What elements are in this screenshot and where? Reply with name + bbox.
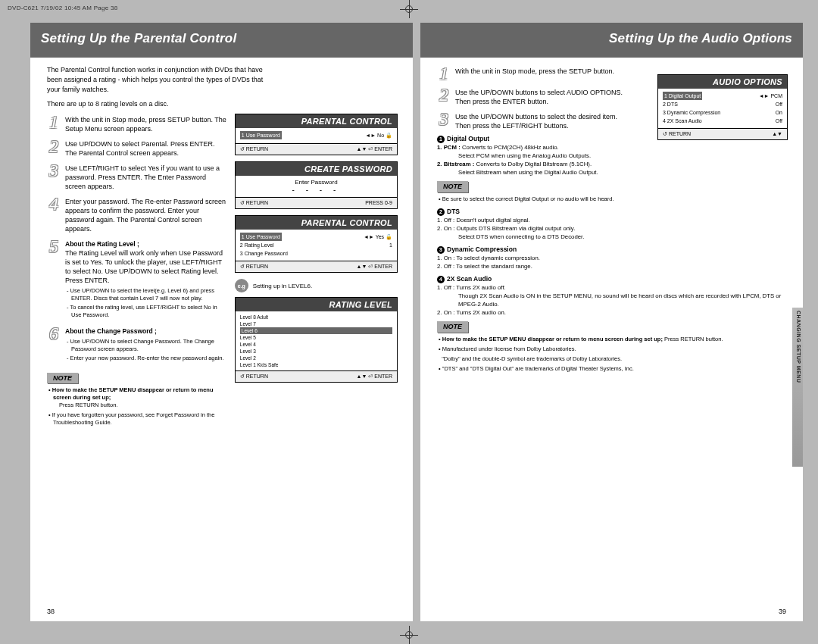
section-bullet-icon: 4 (437, 276, 445, 283)
note-text: Press RETURN button. (664, 336, 723, 342)
osd-list-item: Level 6 (240, 327, 392, 334)
osd-title: PARENTAL CONTROL (236, 114, 397, 128)
section-heading: Dynamic Compression (447, 245, 517, 253)
osd-list-item: Level 4 (240, 341, 392, 348)
section-bullet-icon: 1 (437, 136, 445, 143)
step-number: 3 (437, 111, 451, 130)
osd-list-item: Level 5 (240, 334, 392, 341)
osd-list-item: Level 7 (240, 320, 392, 327)
osd-row: 3 Change Password (240, 249, 288, 258)
note-text: • Be sure to select the correct Digital … (437, 195, 788, 203)
step-body: Use LEFT/RIGHT to select Yes if you want… (65, 162, 227, 191)
detail-text: 2. On : Turns 2X audio on. (437, 308, 788, 317)
step-body: Use the UP/DOWN buttons to select the de… (455, 111, 632, 130)
sub-bullet: - Use UP/DOWN to select the level(e.g. L… (65, 287, 227, 302)
osd-row: 2 Rating Level (240, 241, 274, 249)
page-number: 38 (47, 608, 55, 615)
sub-bullet: - To cancel the rating level, use LEFT/R… (65, 304, 227, 319)
detail-text: 2. Off : To select the standard range. (437, 262, 788, 270)
osd-list-item: Level 2 (240, 355, 392, 361)
step-number: 5 (47, 238, 61, 320)
page-title: Setting Up the Audio Options (420, 23, 803, 58)
note-label: NOTE (437, 321, 468, 333)
osd-prompt: Enter Password (236, 179, 397, 186)
step-body: Use the UP/DOWN buttons to select AUDIO … (455, 86, 632, 106)
osd-parental-control: PARENTAL CONTROL 1 Use Password ◄► No 🔒 … (235, 114, 398, 155)
note-text: Press RETURN button. (53, 402, 118, 408)
osd-row: 1 Digital Output◄► PCM (663, 92, 782, 100)
step-body: With the unit in Stop mode, press the SE… (455, 65, 614, 82)
osd-row: 2 DTSOff (663, 100, 782, 108)
note-label: NOTE (437, 181, 468, 192)
step-number: 2 (47, 138, 61, 158)
osd-foot-press: PRESS 0-9 (365, 200, 392, 206)
osd-password-dashes: - - - - (236, 186, 397, 194)
detail-text: Though 2X Scan Audio is ON in the SETUP … (448, 292, 788, 308)
section-heading: Digital Output (447, 135, 489, 142)
print-header: DVD-C621 7/19/02 10:45 AM Page 38 (8, 5, 118, 11)
osd-row: 4 2X Scan AudioOff (663, 117, 782, 125)
steps-column: 1 With the unit in Stop mode, press SETU… (47, 114, 227, 429)
osd-list-item: Level 8 Adult (240, 314, 392, 320)
osd-title: CREATE PASSWORD (236, 162, 397, 176)
note-list: • How to make the SETUP MENU disappear o… (437, 336, 788, 373)
page-number: 39 (779, 608, 786, 615)
osd-rating-level: RATING LEVEL Level 8 AdultLevel 7Level 6… (235, 297, 398, 383)
osd-foot-return: ↺ RETURN (240, 200, 268, 206)
page-left: Setting Up the Parental Control The Pare… (30, 23, 413, 621)
step-body: Use UP/DOWN to select Parental. Press EN… (65, 138, 227, 158)
step-number: 2 (437, 86, 451, 106)
osd-parental-control-2: PARENTAL CONTROL 1 Use Password ◄► Yes 🔓… (235, 215, 398, 273)
example-text: Setting up in LEVEL6. (253, 283, 312, 289)
osd-foot-return: ↺ RETURN (240, 374, 268, 380)
detail-text: Select DTS when connecting to a DTS Deco… (448, 233, 788, 241)
page-spread: Setting Up the Parental Control The Pare… (30, 23, 803, 621)
step-body: About the Rating Level ; The Rating Leve… (65, 238, 227, 320)
intro-text-2: There are up to 8 rating levels on a dis… (47, 99, 274, 109)
note-text: "Dolby" and the double-D symbol are trad… (437, 355, 788, 363)
steps-column: 1 With the unit in Stop mode, press the … (437, 65, 632, 130)
osd-row: 1 Use Password (240, 131, 282, 139)
section-bullet-icon: 2 (437, 208, 445, 216)
osd-audio-options: AUDIO OPTIONS 1 Digital Output◄► PCM2 DT… (657, 74, 788, 140)
osd-foot-return: ↺ RETURN (663, 131, 691, 137)
osd-title: RATING LEVEL (236, 298, 397, 311)
note-bold: How to make the SETUP MENU disappear or … (442, 336, 663, 342)
section-tab-label: CHANGING SETUP MENU (796, 311, 801, 383)
osd-foot-enter: ▲▼ ⏎ ENTER (357, 374, 392, 380)
note-text: • Manufactured under license from Dolby … (437, 345, 788, 353)
osd-foot-enter: ▲▼ ⏎ ENTER (357, 146, 392, 152)
detail-text: 1. Off : Turns 2X audio off. (437, 284, 506, 291)
detail-text: Select Bitstream when using the Digital … (448, 168, 788, 177)
detail-text: Converts to PCM(2CH) 48kHz audio. (462, 144, 559, 151)
osd-value: ◄► Yes 🔓 (364, 233, 392, 241)
osd-list-item: Level 1 Kids Safe (240, 361, 392, 368)
step-number: 3 (47, 162, 61, 191)
step-subtitle: About the Change Password ; (65, 327, 157, 335)
step-text: The Rating Level will work only when Use… (65, 249, 223, 284)
sub-bullet: - Enter your new password. Re-enter the … (65, 355, 227, 362)
step-number: 4 (47, 195, 61, 233)
detail-text: 1. On : To select dynamic compression. (437, 254, 788, 262)
step-body: Enter your password. The Re-enter Passwo… (65, 195, 227, 233)
section-bullet-icon: 3 (437, 246, 445, 254)
step-body: About the Change Password ; - Use UP/DOW… (65, 325, 227, 364)
example-badge: e.g (235, 279, 248, 292)
note-text: • "DTS" and "DTS Digital Out" are tradem… (437, 365, 788, 373)
osd-value: ◄► No 🔒 (365, 131, 392, 139)
note-list: • How to make the SETUP MENU disappear o… (47, 386, 227, 427)
step-subtitle: About the Rating Level ; (65, 240, 139, 248)
page-title: Setting Up the Parental Control (30, 23, 413, 58)
detail-bold: 2. Bitstream : (437, 161, 474, 167)
osd-title: AUDIO OPTIONS (658, 75, 787, 89)
section-heading: DTS (447, 208, 460, 215)
figures-column: PARENTAL CONTROL 1 Use Password ◄► No 🔒 … (235, 114, 398, 429)
step-body: With the unit in Stop mode, press SETUP … (65, 114, 227, 133)
step-number: 6 (47, 325, 61, 364)
note-label: NOTE (47, 373, 78, 383)
detail-text: 1. Off : Doesn't output digital signal. (437, 216, 788, 224)
page-right: Setting Up the Audio Options 1 With the … (420, 23, 803, 621)
section-heading: 2X Scan Audio (447, 275, 492, 283)
osd-title: PARENTAL CONTROL (236, 216, 397, 230)
sub-bullet: - Use UP/DOWN to select Change Password.… (65, 338, 227, 353)
